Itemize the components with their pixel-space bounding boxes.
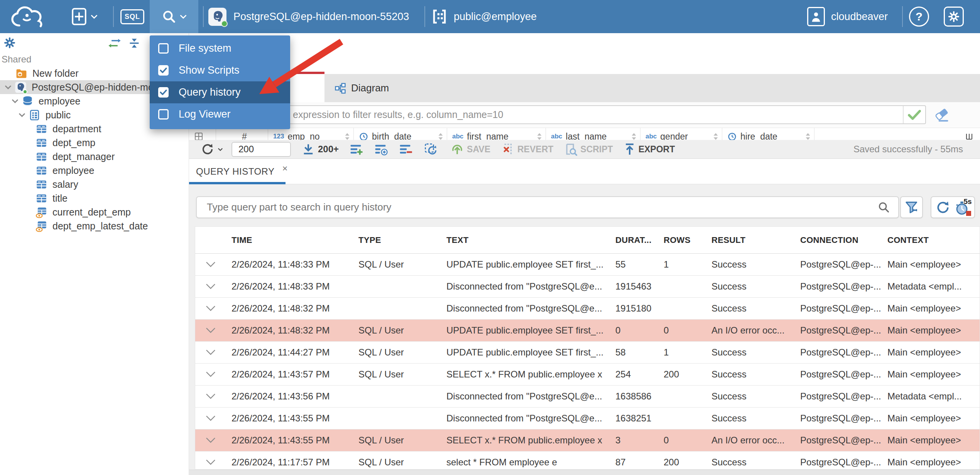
user-menu[interactable]: cloudbeaver <box>807 0 888 33</box>
delete-row-button[interactable] <box>399 143 413 156</box>
expand-row-icon[interactable] <box>195 437 231 443</box>
query-history-search-row: 5s <box>189 196 980 218</box>
revert-button[interactable]: REVERT <box>501 143 553 156</box>
chevron-down-icon <box>180 15 187 19</box>
tree-item-salary[interactable]: salary <box>0 177 189 191</box>
expand-chevron-icon[interactable] <box>15 113 29 117</box>
close-icon[interactable]: × <box>282 163 288 174</box>
tree-item-title[interactable]: title <box>0 191 189 205</box>
query-history-search-input[interactable] <box>197 201 877 213</box>
table-row[interactable]: 2/26/2024, 11:43:55 PMSQL / UserSELECT x… <box>195 430 980 451</box>
history-cell-type: SQL / User <box>358 325 446 336</box>
checkbox-checked-icon[interactable] <box>158 65 169 76</box>
row-limit-input[interactable] <box>231 142 291 157</box>
tools-menu-button[interactable] <box>150 0 198 33</box>
save-button[interactable]: SAVE <box>451 143 490 156</box>
table-row[interactable]: 2/26/2024, 11:43:57 PMSQL / UserSELECT x… <box>195 364 980 386</box>
new-connection-button[interactable] <box>71 0 98 33</box>
column-header-type[interactable]: TYPE <box>358 235 446 245</box>
tree-item-employee[interactable]: employee <box>0 163 189 177</box>
table-row[interactable]: 2/26/2024, 11:44:27 PMSQL / UserUPDATE p… <box>195 342 980 364</box>
menu-item-log-viewer[interactable]: Log Viewer <box>150 103 290 125</box>
funnel-icon <box>904 200 919 215</box>
export-button[interactable]: EXPORT <box>624 143 675 156</box>
refresh-result-button[interactable] <box>201 142 223 156</box>
history-cell-time: 2/26/2024, 11:17:57 PM <box>231 457 358 468</box>
column-header-time[interactable]: TIME <box>231 235 358 245</box>
tree-item-current-dept-emp[interactable]: current_dept_emp <box>0 205 189 219</box>
expand-row-icon[interactable] <box>195 305 231 312</box>
grid-column-label: hire_date <box>740 131 777 140</box>
history-filter-button[interactable] <box>900 196 923 218</box>
grid-column-header-birth-date[interactable]: birth_date <box>354 128 447 140</box>
menu-item-query-history[interactable]: Query history <box>150 81 290 103</box>
expand-row-icon[interactable] <box>195 327 231 334</box>
column-header-text[interactable]: TEXT <box>446 235 615 245</box>
expand-chevron-icon[interactable] <box>8 99 22 103</box>
table-row[interactable]: 2/26/2024, 11:43:55 PMDisconnected from … <box>195 408 980 430</box>
grid-column-header-hire-date[interactable]: hire_date <box>722 128 814 140</box>
expand-row-icon[interactable] <box>195 371 231 377</box>
table-row[interactable]: 2/26/2024, 11:48:32 PMSQL / UserUPDATE p… <box>195 320 980 342</box>
column-header-rows[interactable]: ROWS <box>664 235 711 245</box>
tree-item-dept-manager[interactable]: dept_manager <box>0 150 189 163</box>
settings-button[interactable] <box>944 0 964 33</box>
column-header-context[interactable]: CONTEXT <box>887 235 980 245</box>
filter-input-wrap <box>195 105 926 124</box>
history-refresh-button[interactable]: 5s <box>931 196 975 218</box>
help-button[interactable]: ? <box>909 0 929 33</box>
column-header-connection[interactable]: CONNECTION <box>800 235 887 245</box>
table-row[interactable]: 2/26/2024, 11:17:57 PMSQL / Userselect *… <box>195 451 980 470</box>
collapse-all-icon[interactable] <box>128 38 140 49</box>
column-header-result[interactable]: RESULT <box>711 235 800 245</box>
table-row[interactable]: 2/26/2024, 11:48:33 PMSQL / UserUPDATE p… <box>195 254 980 276</box>
duplicate-row-button[interactable] <box>374 143 388 156</box>
app-logo[interactable] <box>8 0 49 33</box>
checkbox-checked-icon[interactable] <box>158 87 169 98</box>
expand-row-icon[interactable] <box>195 349 231 355</box>
table-row[interactable]: 2/26/2024, 11:43:56 PMDisconnected from … <box>195 386 980 408</box>
schema-selector[interactable]: public@employee <box>431 0 537 33</box>
tab-diagram[interactable]: Diagram <box>324 74 399 102</box>
column-header-durat[interactable]: DURAT... <box>615 235 664 245</box>
history-cell-text: UPDATE public.employee SET first_... <box>446 347 615 358</box>
history-cell-text: Disconnected from "PostgreSQL@e... <box>446 281 615 292</box>
menu-item-show-scripts[interactable]: Show Scripts <box>150 59 290 81</box>
checkbox-unchecked-icon[interactable] <box>158 43 169 54</box>
chevron-down-icon <box>218 148 223 151</box>
horizontal-scrollbar[interactable] <box>189 470 980 475</box>
table-row[interactable]: 2/26/2024, 11:48:32 PMDisconnected from … <box>195 298 980 320</box>
settings-gear-icon <box>944 7 964 27</box>
expand-row-icon[interactable] <box>195 283 231 290</box>
fetch-page-size-button[interactable]: 200+ <box>302 143 339 156</box>
sql-editor-button[interactable]: SQL <box>120 0 144 33</box>
menu-item-file-system[interactable]: File system <box>150 37 290 59</box>
query-history-tab[interactable]: QUERY HISTORY × <box>189 159 288 184</box>
user-avatar-icon <box>807 7 825 26</box>
history-cell-context: Main <employee> <box>887 457 980 468</box>
apply-filter-button[interactable] <box>903 106 925 123</box>
expand-row-icon[interactable] <box>195 261 231 268</box>
sync-navigator-icon[interactable] <box>108 38 121 49</box>
add-row-button[interactable] <box>350 143 363 156</box>
grid-column-header-first-name[interactable]: abcfirst_name <box>447 128 546 140</box>
checkbox-unchecked-icon[interactable] <box>158 109 169 120</box>
grid-column-header-emp-no[interactable]: 123emp_no <box>268 128 354 140</box>
filter-expression-input[interactable] <box>196 106 903 123</box>
refresh-grid-button[interactable] <box>424 142 438 156</box>
expand-row-icon[interactable] <box>195 415 231 421</box>
eraser-icon[interactable] <box>933 106 951 124</box>
table-row[interactable]: 2/26/2024, 11:48:33 PMDisconnected from … <box>195 276 980 298</box>
grid-column-header-gender[interactable]: abcgender <box>640 128 722 140</box>
expand-chevron-icon[interactable] <box>2 85 15 89</box>
history-cell-duration: 1638586 <box>615 391 664 402</box>
expand-row-icon[interactable] <box>195 459 231 465</box>
grid-column-header-last-name[interactable]: abclast_name <box>546 128 640 140</box>
script-button[interactable]: SCRIPT <box>564 143 613 156</box>
tree-item-dept-emp-latest-date[interactable]: dept_emp_latest_date <box>0 219 189 233</box>
expand-row-icon[interactable] <box>195 393 231 399</box>
history-cell-type: SQL / User <box>358 347 446 358</box>
connection-selector[interactable]: PostgreSQL@ep-hidden-moon-55203 <box>208 0 409 33</box>
tree-item-dept-emp[interactable]: dept_emp <box>0 136 189 150</box>
navigator-settings-icon[interactable] <box>4 37 15 49</box>
